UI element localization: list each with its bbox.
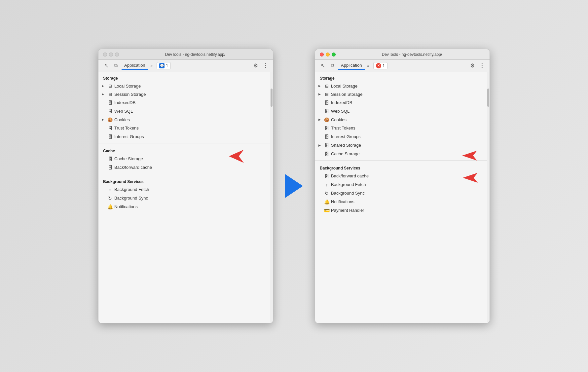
- right-cache-storage-item[interactable]: 🗄 Cache Storage: [315, 150, 487, 158]
- right-window-title: DevTools - ng-devtools.netlify.app/: [339, 52, 485, 57]
- expand-arrow: ▶: [102, 84, 106, 88]
- left-session-storage-item[interactable]: ▶ ⊞ Session Storage: [98, 90, 270, 98]
- left-tab-label[interactable]: Application: [122, 61, 148, 70]
- right-payment-handler-item[interactable]: 💳 Payment Handler: [315, 206, 487, 215]
- left-cookies-item[interactable]: ▶ 🍪 Cookies: [98, 116, 270, 124]
- right-traffic-close[interactable]: [320, 53, 324, 56]
- left-backforward-item[interactable]: 🗄 Back/forward cache: [98, 163, 270, 172]
- left-gear-icon[interactable]: ⚙: [252, 62, 260, 69]
- cookie-icon: 🍪: [107, 117, 113, 122]
- right-bg-fetch-item[interactable]: ↕ Background Fetch: [315, 180, 487, 189]
- left-traffic-close[interactable]: [103, 53, 107, 56]
- card-icon: 💳: [324, 208, 330, 213]
- left-trust-tokens-item[interactable]: 🗄 Trust Tokens: [98, 124, 270, 132]
- session-storage-label: Session Storage: [114, 92, 146, 97]
- notifications-label: Notifications: [114, 204, 138, 209]
- fetch-icon: ↕: [107, 187, 113, 192]
- cursor-icon[interactable]: ↖: [102, 61, 110, 70]
- shared-storage-label: Shared Storage: [331, 143, 361, 148]
- interest-groups-label: Interest Groups: [114, 134, 144, 139]
- left-badge-icon: 💬: [160, 64, 164, 67]
- left-cache-header: Cache: [98, 145, 270, 155]
- backforward-label: Back/forward cache: [114, 165, 152, 170]
- right-traffic-minimize[interactable]: [326, 53, 330, 56]
- right-storage-header: Storage: [315, 72, 487, 82]
- storage-icon: ⊞: [107, 84, 113, 89]
- right-more-icon[interactable]: ⋮: [478, 62, 486, 69]
- cookies-label: Cookies: [114, 117, 130, 122]
- right-traffic-maximize[interactable]: [332, 53, 336, 56]
- cache-storage-label: Cache Storage: [114, 156, 143, 161]
- right-bg-header: Background Services: [315, 163, 487, 172]
- left-more-icon[interactable]: ⋮: [261, 62, 270, 69]
- right-local-storage-item[interactable]: ▶ ⊞ Local Storage: [315, 82, 487, 90]
- right-chevron: »: [366, 63, 371, 69]
- layers-icon[interactable]: ⧉: [112, 61, 120, 70]
- right-interest-groups-item[interactable]: 🗄 Interest Groups: [315, 132, 487, 141]
- right-trust-tokens-item[interactable]: 🗄 Trust Tokens: [315, 124, 487, 132]
- left-interest-groups-item[interactable]: 🗄 Interest Groups: [98, 132, 270, 141]
- db-icon: 🗄: [107, 165, 113, 170]
- right-websql-item[interactable]: 🗄 Web SQL: [315, 107, 487, 116]
- left-bg-header: Background Services: [98, 176, 270, 185]
- left-toolbar: ↖ ⧉ Application » 💬 1 ⚙ ⋮: [98, 60, 273, 72]
- right-cookies-item[interactable]: ▶ 🍪 Cookies: [315, 116, 487, 124]
- right-title-bar: DevTools - ng-devtools.netlify.app/: [315, 49, 490, 60]
- expand-arrow: ▶: [102, 118, 106, 121]
- db-icon: 🗄: [324, 151, 330, 157]
- left-bg-fetch-item[interactable]: ↕ Background Fetch: [98, 185, 270, 194]
- cookie-icon: 🍪: [324, 117, 330, 122]
- right-shared-storage-item[interactable]: ▶ 🗄 Shared Storage: [315, 141, 487, 150]
- layers-icon[interactable]: ⧉: [328, 61, 337, 70]
- storage-icon: ⊞: [107, 92, 113, 97]
- left-websql-item[interactable]: 🗄 Web SQL: [98, 107, 270, 116]
- right-scrollbar[interactable]: [487, 72, 490, 323]
- db-icon: 🗄: [107, 126, 113, 131]
- bell-icon: 🔔: [324, 199, 330, 205]
- trust-tokens-label: Trust Tokens: [331, 126, 355, 130]
- bg-fetch-label: Background Fetch: [114, 187, 149, 192]
- left-bg-sync-item[interactable]: ↻ Background Sync: [98, 194, 270, 203]
- interest-groups-label: Interest Groups: [331, 134, 361, 139]
- db-icon: 🗄: [324, 134, 330, 139]
- bg-sync-label: Background Sync: [114, 196, 148, 201]
- left-cache-storage-item[interactable]: 🗄 Cache Storage: [98, 155, 270, 163]
- trust-tokens-label: Trust Tokens: [114, 126, 139, 130]
- left-storage-header: Storage: [98, 72, 270, 82]
- right-toolbar: ↖ ⧉ Application » ✕ 1 ⚙ ⋮: [315, 60, 490, 72]
- left-scrollbar[interactable]: [270, 72, 273, 323]
- left-local-storage-item[interactable]: ▶ ⊞ Local Storage: [98, 82, 270, 90]
- local-storage-label: Local Storage: [114, 84, 141, 89]
- bg-fetch-label: Background Fetch: [331, 182, 366, 187]
- expand-arrow: ▶: [318, 93, 322, 96]
- left-traffic-minimize[interactable]: [109, 53, 113, 56]
- sync-icon: ↻: [107, 196, 113, 201]
- right-bg-sync-item[interactable]: ↻ Background Sync: [315, 189, 487, 198]
- db-icon: 🗄: [107, 134, 113, 139]
- db-icon: 🗄: [107, 100, 113, 105]
- storage-icon: ⊞: [324, 84, 330, 89]
- right-backforward-item[interactable]: 🗄 Back/forward cache: [315, 172, 487, 180]
- left-badge[interactable]: 💬 1: [157, 62, 171, 69]
- expand-arrow: ▶: [318, 118, 322, 121]
- expand-arrow: ▶: [102, 93, 106, 96]
- left-traffic-maximize[interactable]: [115, 53, 119, 56]
- right-session-storage-item[interactable]: ▶ ⊞ Session Storage: [315, 90, 487, 98]
- right-notifications-item[interactable]: 🔔 Notifications: [315, 198, 487, 206]
- right-tab-label[interactable]: Application: [338, 61, 365, 70]
- db-icon: 🗄: [107, 156, 113, 162]
- db-icon: 🗄: [107, 109, 113, 114]
- expand-arrow: ▶: [318, 84, 322, 88]
- right-indexeddb-item[interactable]: 🗄 IndexedDB: [315, 98, 487, 107]
- right-badge-icon: ✕: [377, 64, 380, 67]
- local-storage-label: Local Storage: [331, 84, 357, 89]
- cookies-label: Cookies: [331, 117, 347, 122]
- websql-label: Web SQL: [331, 109, 349, 114]
- left-notifications-item[interactable]: 🔔 Notifications: [98, 203, 270, 211]
- right-gear-icon[interactable]: ⚙: [468, 62, 476, 69]
- left-indexeddb-item[interactable]: 🗄 IndexedDB: [98, 98, 270, 107]
- cursor-icon[interactable]: ↖: [318, 61, 327, 70]
- right-badge[interactable]: ✕ 1: [373, 62, 387, 69]
- indexeddb-label: IndexedDB: [114, 100, 135, 105]
- left-title-bar: DevTools - ng-devtools.netlify.app/: [98, 49, 273, 60]
